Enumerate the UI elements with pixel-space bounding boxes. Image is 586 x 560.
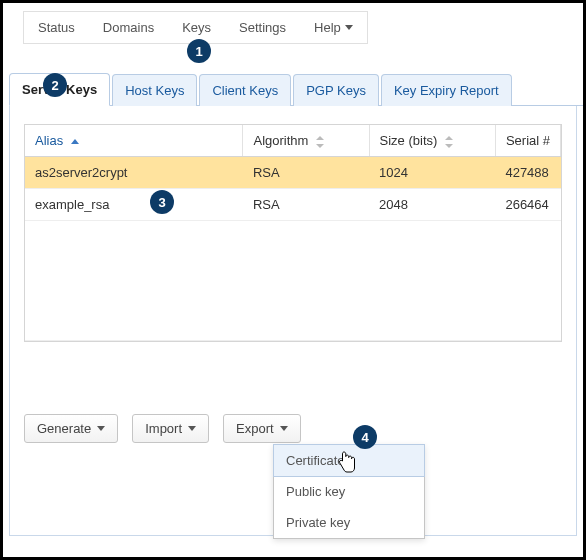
menu-keys-label: Keys: [182, 20, 211, 35]
tab-pgp-keys[interactable]: PGP Keys: [293, 74, 379, 106]
cell-size: 1024: [369, 157, 495, 189]
caret-down-icon: [97, 426, 105, 431]
import-button[interactable]: Import: [132, 414, 209, 443]
th-alias[interactable]: Alias: [25, 125, 243, 157]
cell-algorithm: RSA: [243, 157, 369, 189]
table-row[interactable]: as2server2crypt RSA 1024 427488: [25, 157, 561, 189]
th-serial[interactable]: Serial #: [495, 125, 560, 157]
menu-help[interactable]: Help: [300, 12, 367, 43]
th-algorithm-label: Algorithm: [253, 133, 308, 148]
caret-down-icon: [345, 25, 353, 30]
step-badge-4: 4: [353, 425, 377, 449]
export-public-key[interactable]: Public key: [274, 476, 424, 507]
tab-key-expiry-report[interactable]: Key Expiry Report: [381, 74, 512, 106]
cell-algorithm: RSA: [243, 189, 369, 221]
tab-label: Host Keys: [125, 83, 184, 98]
import-label: Import: [145, 421, 182, 436]
export-public-key-label: Public key: [286, 484, 345, 499]
cell-alias: example_rsa: [25, 189, 243, 221]
table-row[interactable]: example_rsa RSA 2048 266464: [25, 189, 561, 221]
sort-icon: [316, 136, 324, 148]
keys-table: Alias Algorithm Size (bits) Serial: [24, 124, 562, 342]
tab-label: Key Expiry Report: [394, 83, 499, 98]
generate-label: Generate: [37, 421, 91, 436]
th-size[interactable]: Size (bits): [369, 125, 495, 157]
caret-down-icon: [188, 426, 196, 431]
step-badge-2: 2: [43, 73, 67, 97]
export-dropdown: Certificate Public key Private key: [273, 444, 425, 539]
export-button[interactable]: Export: [223, 414, 301, 443]
tab-host-keys[interactable]: Host Keys: [112, 74, 197, 106]
tabs: Server Keys Host Keys Client Keys PGP Ke…: [9, 72, 583, 106]
cell-size: 2048: [369, 189, 495, 221]
tab-client-keys[interactable]: Client Keys: [199, 74, 291, 106]
th-serial-label: Serial #: [506, 133, 550, 148]
export-certificate-label: Certificate: [286, 453, 345, 468]
export-label: Export: [236, 421, 274, 436]
tab-label: Client Keys: [212, 83, 278, 98]
menu-domains[interactable]: Domains: [89, 12, 168, 43]
button-row: Generate Import Export: [24, 414, 301, 443]
export-private-key-label: Private key: [286, 515, 350, 530]
step-badge-3: 3: [150, 190, 174, 214]
th-alias-label: Alias: [35, 133, 63, 148]
cell-serial: 266464: [495, 189, 560, 221]
th-size-label: Size (bits): [380, 133, 438, 148]
menu-settings-label: Settings: [239, 20, 286, 35]
panel-server-keys: Alias Algorithm Size (bits) Serial: [9, 106, 577, 536]
cell-serial: 427488: [495, 157, 560, 189]
cell-alias: as2server2crypt: [25, 157, 243, 189]
menu-domains-label: Domains: [103, 20, 154, 35]
export-certificate[interactable]: Certificate: [273, 444, 425, 477]
sort-icon: [445, 136, 453, 148]
sort-asc-icon: [71, 139, 79, 144]
menu-help-label: Help: [314, 20, 341, 35]
export-private-key[interactable]: Private key: [274, 507, 424, 538]
table-empty-space: [25, 221, 561, 341]
step-badge-1: 1: [187, 39, 211, 63]
generate-button[interactable]: Generate: [24, 414, 118, 443]
caret-down-icon: [280, 426, 288, 431]
tab-label: PGP Keys: [306, 83, 366, 98]
th-algorithm[interactable]: Algorithm: [243, 125, 369, 157]
menu-settings[interactable]: Settings: [225, 12, 300, 43]
menu-status[interactable]: Status: [24, 12, 89, 43]
menu-status-label: Status: [38, 20, 75, 35]
